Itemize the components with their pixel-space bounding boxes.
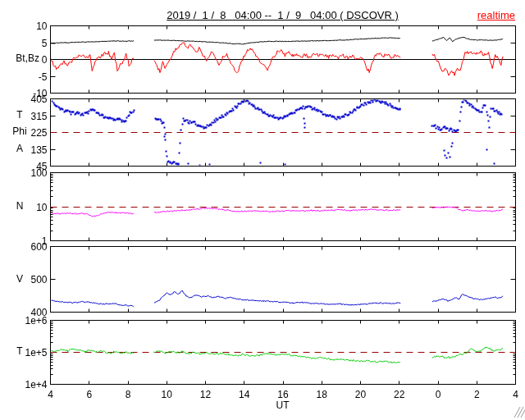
y-axis-label-phi: Phi (7, 126, 33, 137)
solar-wind-chart-canvas (0, 0, 525, 420)
y-axis-label-a: A (7, 144, 33, 154)
corner-hatch-mark (514, 405, 525, 418)
y-axis-label-density: N (7, 201, 33, 212)
x-axis-title: UT (50, 400, 515, 411)
plot-title: 2019 / 1 / 8 04:00 -- 1 / 9 04:00 ( DSCO… (50, 10, 515, 21)
y-axis-label-velocity: V (7, 274, 33, 285)
realtime-link[interactable]: realtime (477, 10, 515, 21)
y-axis-label-btbz: Bt,Bz (0, 53, 39, 64)
dscovr-solar-wind-monitor: 2019 / 1 / 8 04:00 -- 1 / 9 04:00 ( DSCO… (0, 0, 525, 420)
y-axis-label-temperature: T (7, 346, 33, 357)
y-axis-label-theta: T (7, 110, 33, 121)
